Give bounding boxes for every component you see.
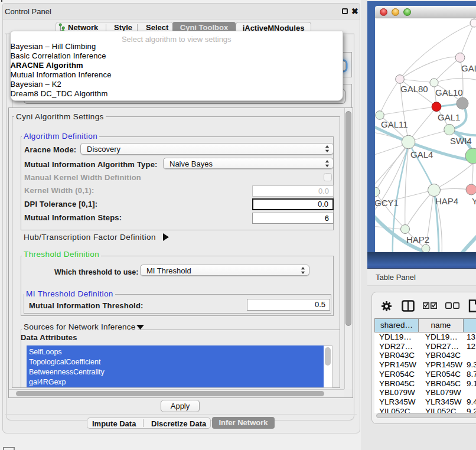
svg-text:GCY1: GCY1 <box>375 198 399 208</box>
svg-text:GAL80: GAL80 <box>400 84 428 94</box>
svg-text:Y: Y <box>472 196 476 206</box>
svg-text:GAL: GAL <box>461 63 476 73</box>
svg-text:HAP4: HAP4 <box>435 196 458 206</box>
svg-text:GAL1: GAL1 <box>438 112 460 122</box>
svg-text:SWI4: SWI4 <box>450 136 472 146</box>
svg-text:GAL10: GAL10 <box>435 87 463 97</box>
svg-text:HAP2: HAP2 <box>406 234 429 244</box>
svg-text:GAL4: GAL4 <box>410 149 433 159</box>
svg-text:GAL11: GAL11 <box>381 119 408 129</box>
